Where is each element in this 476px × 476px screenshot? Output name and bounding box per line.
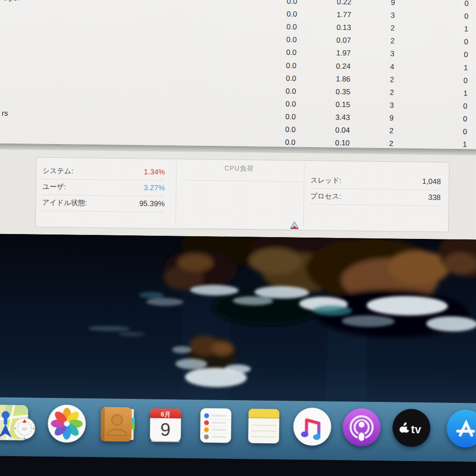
process-cell-value: 0.0 [253,98,296,109]
process-cell-value: 3.43 [308,112,350,123]
process-cell-value: 1 [425,62,468,73]
process-cell-value: 3 [353,10,395,21]
process-cell-value: 1.97 [309,48,351,59]
dock-item-app-store[interactable] [446,409,476,448]
screen-photo: elper0.00.22900.01.77300.00.13210.00.072… [0,0,476,476]
system-value: 1.34% [144,164,165,180]
threads-label: スレッド: [310,176,341,184]
system-cpu-row: システム: 1.34% [42,163,165,181]
user-cpu-row: ユーザ: 3.27% [42,179,165,197]
dock-item-podcasts[interactable] [342,408,381,446]
dock-item-notes[interactable] [245,407,283,445]
process-cell-value: 2 [351,125,394,136]
process-cell-value: 9 [353,0,395,8]
dock-item-maps[interactable]: 3D [0,404,36,442]
process-cell-value: 0 [426,49,468,60]
dock-item-apple-tv[interactable]: tv [392,409,431,447]
process-cell-value: 0 [425,75,468,86]
calendar-month: 6月 [161,411,171,418]
process-cell-value: 0 [425,126,467,137]
process-cell-value: 0 [426,0,469,9]
process-cell-value: 0.24 [308,60,350,71]
process-cell-value: 0 [425,113,467,124]
processes-label: プロセス: [310,192,341,200]
process-cell-value: 0.0 [253,111,296,122]
user-value: 3.27% [144,180,165,196]
desktop-wallpaper [0,234,476,403]
process-cell-value: 0.04 [308,125,350,136]
process-name: elper [3,0,20,4]
process-cell-value: 0.13 [309,22,351,33]
cpu-load-title: CPU負荷 [182,164,297,173]
process-cell-value: 9 [351,112,394,123]
process-cell-value: 0.22 [309,0,351,7]
cpu-load-graph [183,180,301,230]
activity-monitor-window: elper0.00.22900.01.77300.00.13210.00.072… [0,0,476,240]
process-cell-value: 3 [352,48,394,60]
process-cell-value: 2 [352,87,394,98]
threads-value: 1,048 [422,174,441,190]
threads-row: スレッド: 1,048 [310,172,441,190]
dock-item-calendar[interactable]: 6月 9 [146,406,185,444]
process-cell-value: 1 [426,23,468,34]
process-cell-value: 0.15 [308,99,350,110]
process-cell-value: 1 [425,88,468,99]
process-cell-value: 2 [352,22,394,33]
pane-divider [303,164,305,227]
dock-item-music[interactable] [293,408,331,446]
dock-item-photos[interactable] [48,405,86,443]
process-cell-value: 0.0 [254,73,296,84]
process-cell-value: 0.0 [254,86,296,97]
process-cell-value: 2 [352,35,394,46]
pane-divider [175,162,177,225]
idle-cpu-row: アイドル状態: 95.39% [42,195,164,212]
process-cell-value: 0.0 [254,34,297,45]
process-cell-value: 0.0 [255,0,297,7]
process-cell-value: 0.35 [308,86,350,97]
screen: elper0.00.22900.01.77300.00.13210.00.072… [0,0,476,463]
process-cell-value: 0.0 [253,124,296,135]
process-cell-value: 2 [352,74,394,85]
cpu-load-spike-icon [290,221,299,229]
process-cell-value: 0.0 [255,9,297,20]
dial-label: 3D [22,427,27,431]
dock-item-reminders[interactable] [197,406,235,445]
cpu-pane: システム: 1.34% ユーザ: 3.27% アイドル状態: 95.39% CP… [35,157,450,232]
process-name: rs [2,108,8,119]
idle-label: アイドル状態: [42,199,87,207]
process-cell-value: 0.0 [254,47,297,58]
process-cell-value: 0.0 [254,60,296,71]
idle-value: 95.39% [139,196,165,212]
process-cell-value: 1.86 [308,74,350,85]
compass-dial-icon: 3D [14,418,35,439]
process-cell-value: 0 [425,100,467,112]
process-cell-value: 0.07 [309,35,351,46]
process-cell-value: 4 [352,61,394,72]
process-cell-value: 0.0 [254,22,297,33]
process-cell-value: 0 [426,11,469,22]
tv-label: tv [411,423,421,436]
dock: 3D [0,397,476,462]
dock-item-contacts[interactable] [98,405,136,443]
processes-row: プロセス: 338 [310,188,441,206]
process-cell-value: 1.77 [309,9,351,20]
system-label: システム: [42,167,73,175]
island-wallpaper-art [0,234,476,403]
process-cell-value: 0 [426,36,468,47]
processes-value: 338 [428,190,441,205]
process-cell-value: 3 [351,100,394,111]
user-label: ユーザ: [42,183,66,191]
calendar-day: 9 [160,419,171,440]
